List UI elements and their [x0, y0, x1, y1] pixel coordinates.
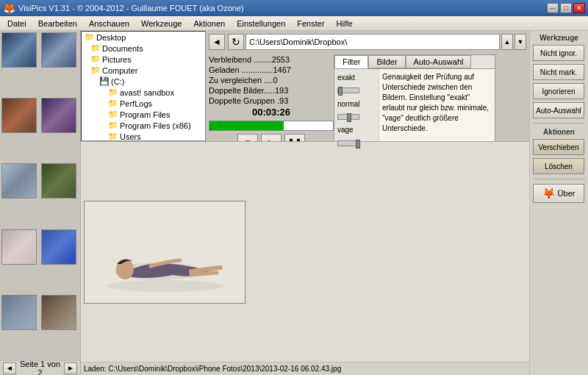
tab-filter[interactable]: Filter	[334, 55, 368, 68]
menu-bearbeiten[interactable]: Bearbeiten	[32, 16, 83, 31]
tree-item-users[interactable]: 📁 Users	[82, 131, 205, 140]
stats-area: Verbleibend ........2553 Geladen .......…	[206, 51, 529, 154]
menu-hilfe[interactable]: Hilfe	[331, 16, 359, 31]
vage-slider[interactable]	[337, 140, 359, 146]
tree-item-desktop[interactable]: 📁 Desktop	[82, 32, 205, 43]
menu-einstellungen[interactable]: Einstellungen	[231, 16, 291, 31]
doppelte-gruppen-stat: Doppelte Gruppen .93	[209, 96, 334, 106]
doppelte-bilder-stat: Doppelte Bilder.....193	[209, 85, 334, 96]
verbleibend-stat: Verbleibend ........2553	[209, 54, 334, 65]
menu-bar: Datei Bearbeiten Anschauen Werkzeuge Akt…	[0, 16, 588, 31]
filter-tabs: Filter Bilder Auto-Auswahl	[334, 55, 495, 69]
slider-handle[interactable]	[338, 87, 343, 96]
separator	[533, 123, 585, 124]
thumbnail-item[interactable]	[41, 295, 76, 330]
folder-icon: 📁	[90, 54, 101, 64]
thumbnail-item[interactable]	[41, 229, 76, 265]
progress-bar-fill	[209, 121, 284, 130]
tree-item-drive-c[interactable]: 💾 (C:)	[82, 76, 205, 87]
right-panel: Werkzeuge Nicht ignor. Nicht mark. Ignor…	[529, 31, 588, 375]
path-input[interactable]	[245, 34, 500, 50]
tree-item-perflogs[interactable]: 📁 PerfLogs	[82, 98, 205, 109]
thumbnail-item[interactable]	[1, 163, 37, 199]
tree-item-documents[interactable]: 📁 Documents	[82, 43, 205, 54]
close-button[interactable]: ✕	[573, 3, 585, 13]
file-tree: 📁 Desktop 📁 Documents 📁 Pictures 📁 Compu…	[81, 31, 206, 141]
path-up-button[interactable]: ▲	[501, 34, 513, 50]
title-bar: 🦊 VisiPics V1.31 - © 2004-2012 - Guillau…	[0, 0, 588, 16]
minimize-button[interactable]: ─	[547, 3, 559, 13]
folder-icon: 📁	[108, 110, 118, 119]
verschieben-button[interactable]: Verschieben	[533, 139, 584, 155]
next-page-button[interactable]: ►	[64, 362, 77, 374]
folder-icon: 📁	[108, 132, 118, 140]
path-bar-container: ◄ ↻ ▲ ▼	[206, 31, 529, 51]
menu-werkzeuge[interactable]: Werkzeuge	[135, 16, 187, 31]
exakt-slider[interactable]	[337, 88, 359, 93]
forward-button[interactable]: ↻	[228, 34, 244, 50]
folder-icon: 📁	[90, 65, 101, 75]
refresh-icon: ↻	[232, 36, 240, 48]
filter-sliders: exakt normal vage	[334, 69, 379, 151]
tree-item-computer[interactable]: 📁 Computer	[82, 65, 205, 76]
maximize-button[interactable]: □	[560, 3, 572, 13]
filter-label-exakt: exakt	[337, 74, 376, 82]
thumbnail-item[interactable]	[1, 229, 37, 265]
svg-point-3	[116, 259, 134, 279]
thumbnail-item[interactable]	[1, 295, 37, 330]
thumbnail-item[interactable]	[41, 32, 76, 68]
folder-icon: 📁	[108, 88, 118, 97]
thumbnail-item[interactable]	[41, 163, 76, 199]
tab-bilder[interactable]: Bilder	[368, 55, 405, 68]
tab-auto-auswahl[interactable]: Auto-Auswahl	[406, 55, 472, 68]
menu-anschauen[interactable]: Anschauen	[83, 16, 135, 31]
tree-item-avast[interactable]: 📁 avast! sandbox	[82, 87, 205, 98]
normal-slider[interactable]	[337, 114, 359, 120]
nicht-ignor-button[interactable]: Nicht ignor.	[533, 45, 584, 61]
filter-label-normal: normal	[337, 100, 376, 108]
back-button[interactable]: ◄	[209, 34, 225, 50]
filter-content: exakt normal vage	[334, 69, 495, 151]
center-panel: 📁 Desktop 📁 Documents 📁 Pictures 📁 Compu…	[81, 31, 529, 375]
fox-icon: 🦊	[542, 188, 555, 199]
svg-point-1	[107, 280, 224, 292]
path-down-button[interactable]: ▼	[514, 34, 526, 50]
thumbnail-item[interactable]	[1, 98, 37, 133]
folder-icon: 📁	[108, 99, 118, 108]
separator	[533, 179, 585, 179]
thumbnail-grid	[0, 31, 80, 360]
menu-datei[interactable]: Datei	[1, 16, 32, 31]
thumbnail-panel: ◄ Seite 1 von 2 ►	[0, 31, 81, 375]
ignorieren-button[interactable]: Ignorieren	[533, 83, 584, 99]
menu-fenster[interactable]: Fenster	[291, 16, 330, 31]
folder-icon: 📁	[85, 32, 95, 42]
auto-auswahl-button[interactable]: Auto-Auswahl	[533, 102, 584, 118]
nicht-mark-button[interactable]: Nicht mark.	[533, 64, 584, 80]
folder-icon: 📁	[108, 121, 118, 130]
werkzeuge-label: Werkzeuge	[533, 34, 585, 42]
uber-button[interactable]: 🦊 Über	[533, 184, 584, 203]
top-area: 📁 Desktop 📁 Documents 📁 Pictures 📁 Compu…	[81, 31, 529, 141]
preview-image	[84, 201, 245, 304]
zu-vergleichen-stat: Zu vergleichen ....0	[209, 75, 334, 85]
tree-item-programfiles[interactable]: 📁 Program Files	[82, 109, 205, 120]
slider-handle[interactable]	[356, 140, 360, 149]
window-title: VisiPics V1.31 - © 2004-2012 - Guillaume…	[18, 4, 244, 12]
tree-item-pictures[interactable]: 📁 Pictures	[82, 54, 205, 65]
tree-item-programfilesx86[interactable]: 📁 Program Files (x86)	[82, 120, 205, 131]
thumbnail-item[interactable]	[41, 98, 76, 133]
window-controls: ─ □ ✕	[547, 3, 585, 13]
loeschen-button[interactable]: Löschen	[533, 158, 584, 174]
slider-handle[interactable]	[347, 113, 351, 122]
menu-aktionen[interactable]: Aktionen	[187, 16, 231, 31]
stats-panel: Verbleibend ........2553 Geladen .......…	[209, 54, 334, 151]
prev-page-button[interactable]: ◄	[3, 362, 16, 374]
thumbnail-item[interactable]	[1, 32, 37, 68]
geladen-stat: Geladen ..............1467	[209, 65, 334, 75]
preview-svg	[85, 201, 245, 304]
file-tree-scroll[interactable]: 📁 Desktop 📁 Documents 📁 Pictures 📁 Compu…	[82, 32, 205, 140]
preview-area	[81, 141, 529, 362]
timer-display: 00:03:26	[209, 107, 334, 118]
folder-icon: 📁	[90, 43, 101, 53]
page-bar: ◄ Seite 1 von 2 ►	[0, 360, 80, 375]
